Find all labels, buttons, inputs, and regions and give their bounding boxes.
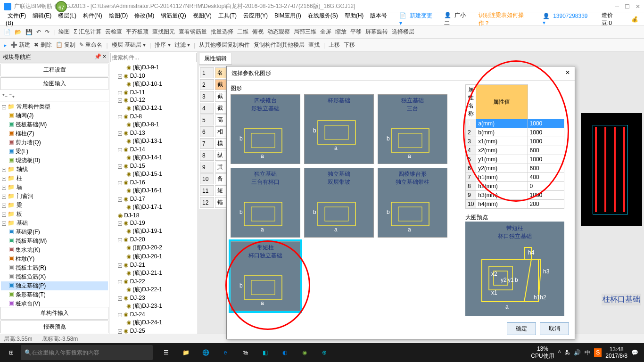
tree-item[interactable]: - 📁 常用构件类型 [1,102,108,111]
list-item[interactable]: - ◉ DJ-23 [109,294,198,302]
tree-item[interactable]: ▣ 剪力墙(Q) [1,138,108,147]
toolbar-item[interactable]: 从其他楼层复制构件 [199,41,250,49]
task-view-icon[interactable]: ☰ [157,343,175,362]
tab-properties[interactable]: 属性编辑 [199,53,232,65]
list-item[interactable]: - ◉ DJ-19 [109,219,198,227]
menu-item[interactable]: 视图(V) [191,11,214,20]
pointer-icon[interactable]: ▸ [4,42,7,49]
shape-option[interactable]: 独立基础 三台有杯口ab [231,168,300,238]
toolbar-item[interactable]: 平齐板顶 [126,28,149,36]
menu-item[interactable]: 构件(N) [81,11,104,20]
network-icon[interactable]: 🖧 [564,349,570,356]
toolbar-item[interactable]: 批量选择 [211,28,233,36]
list-item[interactable]: ◉ (底)DJ-8-1 [109,120,198,129]
list-item[interactable]: ◉ (底)DJ-16-1 [109,186,198,195]
param-row[interactable]: 1a(mm)1000 [466,119,564,128]
tree-item[interactable]: ▣ 现浇板(B) [1,156,108,165]
toolbar-item[interactable]: 云检查 [105,28,122,36]
app1-icon[interactable]: ◧ [256,343,274,362]
menu-item[interactable]: 楼层(L) [56,11,78,20]
tree-item[interactable]: ▣ 轴网(J) [1,111,108,120]
tree-item[interactable]: ▣ 桩承台(V) [1,299,108,306]
list-item[interactable]: - ◉ DJ-11 [109,89,198,96]
toolbar-item[interactable]: 选择楼层 [392,28,414,36]
list-item[interactable]: - ◉ DJ-22 [109,278,198,285]
notification-icon[interactable]: 💬 [631,349,638,356]
toolbar-item[interactable]: 平移 [350,28,362,36]
toolbar-item[interactable]: 查看钢筋量 [179,28,207,36]
toolbar-item[interactable]: ✖ 删除 [34,41,51,49]
toolbar-item[interactable]: 二维 [237,28,248,36]
toolbar-item[interactable]: 复制构件到其他楼层 [254,41,305,49]
sogou-icon[interactable]: S [594,348,602,357]
param-row[interactable]: 6y2(mm)600 [466,164,564,173]
tree-item[interactable]: + 📁 轴线 [1,165,108,174]
param-row[interactable]: 5y1(mm)1000 [466,155,564,164]
list-item[interactable]: - ◉ DJ-21 [109,261,198,269]
pin-icon[interactable]: 📌 × [94,53,106,61]
hint-text[interactable]: 识别连梁表如何操作？ [477,10,536,28]
tree-item[interactable]: + 📁 板 [1,210,108,219]
toolbar-item[interactable]: 动态观察 [267,28,290,36]
tree-item[interactable]: ▣ 筏板基础(M) [1,120,108,129]
shape-option[interactable]: 独立基础 三台ab [378,94,447,164]
list-item[interactable]: ◉ (底)DJ-22-1 [109,285,198,294]
list-item[interactable]: ◉ (底)DJ-15-1 [109,170,198,179]
list-item[interactable]: ◉ (底)DJ-21-1 [109,269,198,278]
tree-item[interactable]: ▣ 筏板基础(M) [1,237,108,246]
list-item[interactable]: ◉ (顶)DJ-20-2 [109,243,198,252]
toolbar-item[interactable]: 📋 复制 [56,41,75,49]
tree-item[interactable]: ▣ 筏板负筋(X) [1,272,108,281]
list-item[interactable]: - ◉ DJ-24 [109,311,198,318]
toolbar-item[interactable]: 全屏 [320,28,331,36]
menu-item[interactable]: 帮助(H) [343,11,366,20]
menu-item[interactable]: BIM应用(I) [272,11,303,20]
tree-item[interactable]: + 📁 门窗洞 [1,192,108,201]
search-input[interactable] [110,53,197,62]
param-row[interactable]: 10h4(mm)200 [466,200,564,209]
toolbar-item[interactable]: 过滤 ▾ [174,41,190,49]
menu-item[interactable]: 钢筋量(Q) [159,11,188,20]
tree-item[interactable]: ▣ 集水坑(K) [1,246,108,255]
list-item[interactable]: ◉ (底)DJ-24-1 [109,318,198,327]
tree-item[interactable]: ▣ 框柱(Z) [1,129,108,138]
taskbar-search[interactable]: 🔍 在这里输入你要搜索的内容 [21,345,153,360]
list-item[interactable]: ◉ (底)DJ-20-1 [109,252,198,261]
maximize-icon[interactable]: ☐ [625,3,630,10]
toolbar-item[interactable]: 绘图 [58,28,70,36]
tree-item[interactable]: ▣ 基础梁(F) [1,228,108,237]
dialog-close-icon[interactable]: ✕ [565,69,570,77]
new-icon[interactable]: 📄 [4,29,11,35]
tree-item[interactable]: - 📁 基础 [1,219,108,228]
list-item[interactable]: ◉ (底)DJ-13-1 [109,137,198,146]
list-item[interactable]: - ◉ DJ-13 [109,129,198,137]
list-item[interactable]: - ◉ DJ-14 [109,146,198,153]
toolbar-item[interactable]: 查找图元 [152,28,175,36]
shape-option[interactable]: 四棱锥台形 独立基础带柱ab [378,168,447,238]
collapse-icon[interactable]: ⁻₊ [9,92,15,99]
toolbar-item[interactable]: 俯视 [252,28,264,36]
app4-icon[interactable]: ⊕ [315,343,334,362]
toolbar-item[interactable]: 局部三维 [294,28,316,36]
tree-item[interactable]: ▣ 柱墩(Y) [1,255,108,263]
tab-single[interactable]: 单构件输入 [0,307,108,320]
list-item[interactable]: - ◉ DJ-20 [109,236,198,243]
param-row[interactable]: 2b(mm)1000 [466,128,564,137]
save-icon[interactable]: 💾 [25,29,33,35]
store-icon[interactable]: 🛍 [236,343,255,362]
list-item[interactable]: ◉ (底)DJ-23-1 [109,302,198,311]
menu-item[interactable]: 修改(M) [132,11,156,20]
menu-item[interactable]: 在线服务(S) [306,11,340,20]
list-item[interactable]: - ◉ DJ-12 [109,96,198,104]
phone[interactable]: 👤 13907298339 ▾ [541,12,595,27]
cancel-button[interactable]: 取消 [540,322,569,335]
list-item[interactable]: - ◉ DJ-10 [109,72,198,80]
tree-item[interactable]: ▣ 独立基础(P) [1,281,108,290]
undo-icon[interactable]: ↶ [36,29,41,35]
tree-item[interactable]: + 📁 梁 [1,201,108,210]
list-item[interactable]: ◉ (底)DJ-12-1 [109,104,198,113]
tab-project[interactable]: 工程设置 [0,64,108,76]
menu-item[interactable]: 云应用(Y) [241,11,270,20]
tray-up-icon[interactable]: ^ [558,349,561,356]
menu-item[interactable]: 绘图(D) [107,11,130,20]
